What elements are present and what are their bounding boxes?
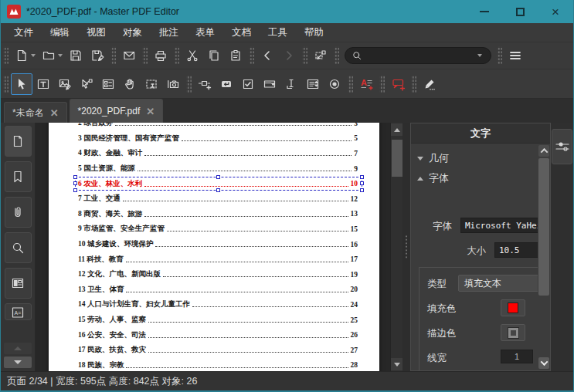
menu-document[interactable]: 文档 — [223, 23, 260, 42]
add-link-button[interactable] — [194, 73, 216, 95]
edit-path-tool-button[interactable] — [76, 73, 97, 95]
hand-tool-button[interactable] — [119, 73, 141, 95]
overflow-menu-button[interactable] — [504, 45, 526, 66]
toc-entry[interactable]: 15 劳动、人事、监察25 — [78, 313, 358, 328]
toolbar-grip[interactable] — [186, 75, 192, 93]
toc-entry[interactable]: 12 文化、广电、新闻出版19 — [78, 267, 358, 282]
attachments-panel-button[interactable] — [5, 197, 32, 228]
form-listbox-tool[interactable] — [302, 73, 324, 95]
toc-entry[interactable]: 14 人口与计划生育、妇女儿童工作24 — [78, 297, 358, 313]
fill-color-button[interactable] — [501, 299, 525, 316]
add-text-annotation-button[interactable]: A — [355, 73, 377, 95]
toc-entry[interactable]: 11 科技、教育17 — [78, 252, 358, 267]
layers-panel-button[interactable] — [5, 268, 32, 299]
font-name-field[interactable]: Microsoft YaHei — [460, 218, 547, 233]
save-button[interactable] — [65, 45, 87, 66]
search-panel-button[interactable] — [5, 232, 32, 263]
select-text-area-button[interactable] — [141, 73, 162, 95]
toolbar-grip[interactable] — [110, 46, 116, 65]
search-box[interactable] — [345, 47, 491, 64]
search-dropdown-icon[interactable] — [477, 54, 482, 57]
form-fields-panel-button[interactable]: A= — [5, 303, 32, 320]
add-callout-button[interactable] — [387, 73, 409, 95]
panel-scroll-down-button[interactable] — [538, 357, 549, 369]
open-dropdown-icon[interactable] — [58, 54, 63, 57]
toc-entry[interactable]: 18 民族、宗教28 — [78, 358, 358, 372]
sidebar-scroll-up-button[interactable] — [4, 343, 32, 354]
close-button[interactable]: × — [538, 0, 573, 23]
edit-image-tool-button[interactable] — [54, 73, 76, 95]
edit-text-tool-button[interactable] — [32, 73, 54, 95]
new-document-button[interactable] — [11, 45, 32, 66]
line-width-field[interactable]: 1 — [501, 350, 533, 363]
save-as-button[interactable] — [87, 45, 108, 66]
toc-entry[interactable]: 13 卫生、体育20 — [78, 282, 358, 298]
menu-annotate[interactable]: 批注 — [151, 23, 187, 42]
select-tool-button[interactable] — [11, 73, 32, 95]
form-checkbox-tool[interactable] — [237, 73, 259, 95]
toolbar-grip[interactable] — [174, 46, 179, 65]
toolbar-grip[interactable] — [379, 75, 385, 93]
selection-handle[interactable] — [73, 188, 77, 192]
scroll-up-button[interactable] — [391, 123, 402, 136]
scrollbar-thumb[interactable] — [392, 140, 402, 177]
minimize-button[interactable] — [467, 0, 502, 23]
toc-entry[interactable]: 7 工业、交通12 — [78, 191, 358, 207]
bookmarks-panel-button[interactable] — [5, 161, 32, 192]
menu-view[interactable]: 视图 — [78, 23, 114, 42]
tab-untitled[interactable]: *未命名 ✕ — [4, 102, 67, 123]
toolbar-grip[interactable] — [411, 75, 416, 93]
selection-handle[interactable] — [216, 175, 220, 179]
print-button[interactable] — [150, 45, 172, 66]
toolbar-grip[interactable] — [142, 46, 148, 65]
toolbar-grip[interactable] — [249, 46, 254, 65]
toolbar-grip[interactable] — [302, 46, 307, 65]
toc-entry[interactable]: 9 市场监管、安全生产监管15 — [78, 221, 358, 237]
toolbar-grip[interactable] — [3, 75, 8, 93]
selection-handle[interactable] — [360, 181, 364, 185]
form-button-tool[interactable] — [216, 73, 237, 95]
toc-entry[interactable]: 4 财政、金融、审计7 — [78, 146, 358, 161]
toc-entry[interactable]: 3 国民经济管理、国有资产监管5 — [78, 131, 358, 147]
menu-edit[interactable]: 编辑 — [42, 23, 78, 42]
menu-file[interactable]: 文件 — [5, 23, 42, 42]
edit-forms-tool-button[interactable] — [97, 73, 119, 95]
selection-handle[interactable] — [73, 181, 77, 185]
scroll-down-button[interactable] — [391, 358, 402, 370]
stroke-color-button[interactable] — [501, 324, 525, 341]
tab-close-icon[interactable]: ✕ — [50, 108, 59, 118]
toolbar-grip[interactable] — [334, 46, 339, 65]
toolbar-grip[interactable] — [3, 46, 8, 65]
copy-button[interactable] — [203, 45, 225, 66]
cut-button[interactable] — [182, 45, 203, 66]
selection-handle[interactable] — [360, 188, 364, 192]
form-radiobutton-tool[interactable] — [324, 73, 345, 95]
type-dropdown[interactable]: 填充文本 — [458, 275, 546, 292]
tab-2020-pdf[interactable]: *2020_PDF.pdf ✕ — [70, 99, 164, 123]
toc-entry-selected[interactable]: 6 农业、林业、水利10 — [78, 176, 358, 191]
paste-button[interactable] — [225, 45, 246, 66]
document-view[interactable]: 2 综合政务33 国民经济管理、国有资产监管54 财政、金融、审计75 国土资源… — [36, 123, 402, 371]
fit-selection-button[interactable] — [310, 45, 331, 66]
font-section-header[interactable]: 字体 — [417, 171, 449, 185]
object-properties-tab[interactable] — [552, 129, 572, 164]
snapshot-tool-button[interactable] — [162, 73, 184, 95]
menu-object[interactable]: 对象 — [114, 23, 151, 42]
tab-close-icon[interactable]: ✕ — [146, 106, 155, 117]
panel-scroll-up-button[interactable] — [538, 145, 549, 157]
form-textfield-tool[interactable] — [280, 73, 302, 95]
open-button[interactable] — [38, 45, 59, 66]
toc-entry[interactable]: 5 国土资源、能源9 — [78, 161, 358, 177]
pdf-page[interactable]: 2 综合政务33 国民经济管理、国有资产监管54 财政、金融、审计75 国土资源… — [49, 123, 379, 371]
panel-scrollbar[interactable] — [538, 144, 550, 370]
form-combobox-tool[interactable] — [259, 73, 280, 95]
next-view-button[interactable] — [278, 45, 300, 66]
selection-handle[interactable] — [360, 175, 364, 179]
toolbar-grip[interactable] — [497, 46, 502, 65]
maximize-button[interactable] — [502, 0, 538, 23]
toc-entry[interactable]: 17 民政、扶贫、救灾27 — [78, 343, 358, 358]
toc-entry[interactable]: 16 公安、安全、司法26 — [78, 327, 358, 343]
sidebar-scroll-down-button[interactable] — [4, 357, 32, 368]
selection-handle[interactable] — [73, 175, 77, 179]
pages-panel-button[interactable] — [5, 126, 32, 157]
